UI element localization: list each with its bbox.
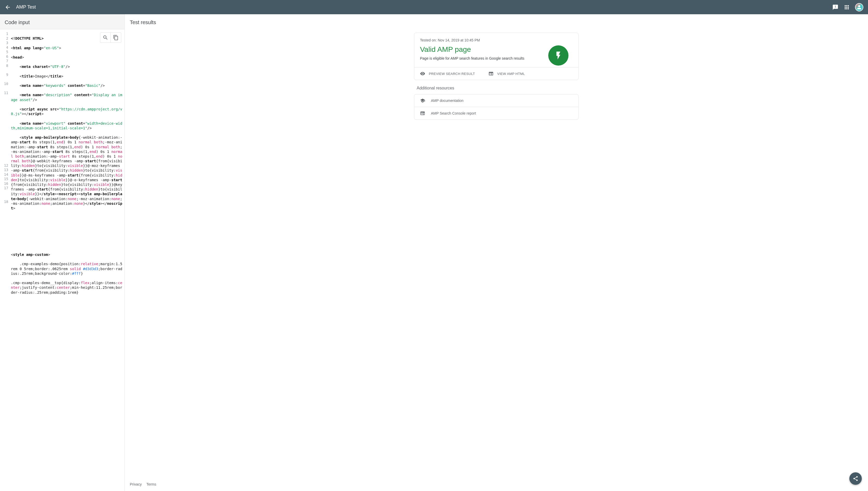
- amp-documentation-link[interactable]: AMP documentation: [414, 94, 578, 107]
- svg-point-0: [858, 5, 860, 7]
- code-editor[interactable]: 123456789101112131415161718 <!DOCTYPE HT…: [0, 29, 124, 491]
- resource-label: AMP documentation: [431, 98, 464, 103]
- user-avatar[interactable]: [855, 3, 863, 11]
- resources-list: AMP documentation AMP Search Console rep…: [414, 94, 579, 120]
- preview-label: PREVIEW SEARCH RESULT: [429, 72, 475, 76]
- app-header: AMP Test: [0, 0, 868, 14]
- web-icon: [488, 71, 494, 76]
- results-title: Test results: [130, 20, 863, 25]
- amp-search-console-link[interactable]: AMP Search Console report: [414, 107, 578, 119]
- search-icon: [103, 35, 108, 40]
- terms-link[interactable]: Terms: [146, 482, 156, 486]
- preview-search-result-button[interactable]: PREVIEW SEARCH RESULT: [414, 67, 480, 80]
- privacy-link[interactable]: Privacy: [130, 482, 142, 486]
- code-scroll[interactable]: 123456789101112131415161718 <!DOCTYPE HT…: [0, 29, 124, 491]
- search-code-button[interactable]: [100, 33, 111, 42]
- code-toolbar: [100, 32, 121, 43]
- results-panel: Test results Tested on: Nov 14, 2019 at …: [125, 14, 868, 491]
- view-amp-label: VIEW AMP HTML: [497, 72, 525, 76]
- copy-code-button[interactable]: [111, 33, 121, 42]
- copy-icon: [113, 35, 119, 40]
- apps-icon[interactable]: [844, 4, 850, 10]
- amp-badge: [548, 46, 568, 65]
- tested-on-label: Tested on: Nov 14, 2019 at 10:45 PM: [420, 38, 542, 42]
- valid-status-title: Valid AMP page: [420, 46, 542, 54]
- additional-resources-title: Additional resources: [414, 86, 579, 90]
- share-icon: [853, 476, 859, 482]
- app-title: AMP Test: [16, 4, 832, 10]
- footer: Privacy Terms: [125, 478, 868, 491]
- line-numbers: 123456789101112131415161718: [0, 29, 10, 491]
- bolt-icon: [554, 51, 563, 60]
- code-content[interactable]: <!DOCTYPE HTML> <html amp lang="en-US"> …: [10, 29, 124, 491]
- main-content: Code input 123456789101112131415161718 <…: [0, 14, 868, 491]
- valid-status-subtitle: Page is eligible for AMP search features…: [420, 56, 542, 60]
- feedback-icon[interactable]: [832, 4, 838, 10]
- code-input-panel: Code input 123456789101112131415161718 <…: [0, 14, 125, 491]
- share-fab[interactable]: [849, 472, 862, 485]
- resource-label: AMP Search Console report: [431, 111, 476, 115]
- view-amp-html-button[interactable]: VIEW AMP HTML: [483, 67, 531, 80]
- code-input-title: Code input: [0, 14, 124, 29]
- result-card: Tested on: Nov 14, 2019 at 10:45 PM Vali…: [414, 33, 579, 80]
- web-icon: [420, 111, 425, 116]
- eye-icon: [420, 71, 425, 76]
- school-icon: [420, 98, 425, 103]
- header-actions: [832, 3, 863, 11]
- back-icon[interactable]: [5, 4, 11, 10]
